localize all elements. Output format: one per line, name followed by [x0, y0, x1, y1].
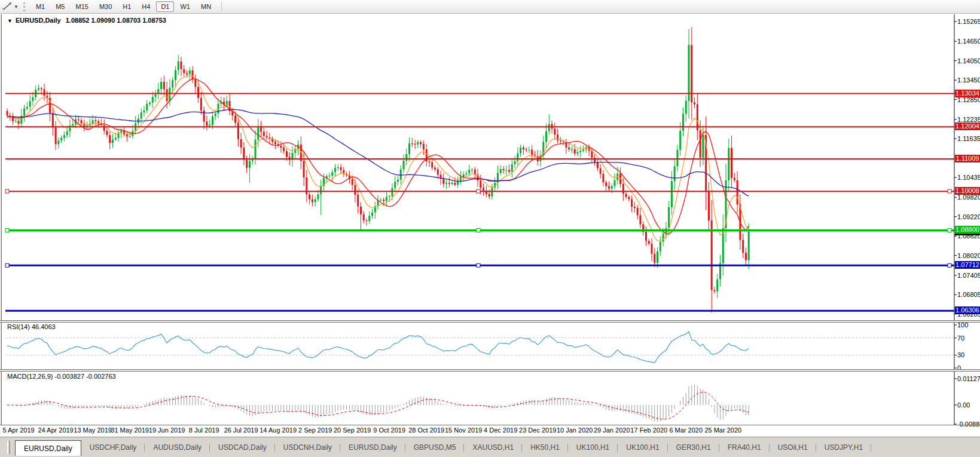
chart-tab[interactable]: USDCHF,Daily [81, 441, 145, 454]
chevron-down-icon: ▼ [14, 4, 19, 10]
date-axis-label: 19 Jun 2019 [149, 427, 185, 434]
date-axis-label: 17 Feb 2020 [630, 427, 667, 434]
chart-tab[interactable]: EURUSD,Daily [15, 440, 81, 456]
rsi-line [7, 332, 749, 363]
date-axis-label: 15 Nov 2019 [445, 427, 482, 434]
timeframe-button[interactable]: H4 [137, 1, 155, 12]
ma-slow-line [7, 109, 749, 196]
trading-terminal-window: ▼ M1 M5 M15 M30 H1 H4 D1 W1 MN [0, 0, 980, 457]
chart-tab[interactable]: GER30,H1 [668, 441, 719, 454]
timeframe-button[interactable]: M1 [31, 1, 50, 12]
chart-tab[interactable]: UK100,H1 [568, 441, 618, 454]
date-axis-label: 9 Oct 2019 [373, 427, 405, 434]
line-tools-button[interactable]: ▼ [2, 2, 19, 11]
date-axis-label: 26 Jul 2019 [224, 427, 258, 434]
pane-bottom-border [0, 425, 980, 425]
date-axis-label: 6 Mar 2020 [669, 427, 703, 434]
timeframe-toolbar: ▼ M1 M5 M15 M30 H1 H4 D1 W1 MN [0, 0, 980, 14]
chart-tab[interactable]: USDCAD,Daily [210, 441, 275, 454]
date-axis-label: 29 Jan 2020 [594, 427, 630, 434]
date-axis-label: 20 Sep 2019 [334, 427, 371, 434]
tab-bar-grip [7, 441, 10, 454]
chart-tab[interactable]: USDCNH,Daily [275, 441, 340, 454]
chart-tab[interactable]: USOil,H1 [770, 441, 816, 454]
date-axis-label: 4 Dec 2019 [484, 427, 517, 434]
chart-title: ▼EURUSD,Daily1.08852 1.09090 1.08703 1.0… [7, 17, 166, 24]
chart-symbol-label: EURUSD,Daily [16, 17, 61, 24]
chart-tab[interactable]: EURUSD,Daily [340, 441, 405, 454]
timeframe-button[interactable]: H1 [118, 1, 136, 12]
date-axis-label: 2 Sep 2019 [298, 427, 332, 434]
date-axis-label: 13 May 2019 [74, 427, 112, 434]
chart-tab[interactable]: FRA40,H1 [719, 441, 770, 454]
pane-separator[interactable] [0, 369, 980, 372]
timeframe-button[interactable]: D1 [156, 1, 174, 12]
timeframe-button[interactable]: M15 [71, 1, 93, 12]
chart-tab-bar: EURUSD,Daily USDCHF,Daily AUDUSD,Daily U… [0, 437, 980, 457]
toolbar-grip[interactable] [23, 2, 26, 11]
chart-ohlc-values: 1.08852 1.09090 1.08703 1.08753 [66, 17, 166, 24]
timeframe-button[interactable]: MN [196, 1, 216, 12]
macd-label: MACD(12,26,9) -0.003827 -0.002763 [7, 373, 116, 380]
timeframe-button-group: M1 M5 M15 M30 H1 H4 D1 W1 MN [30, 1, 216, 12]
chart-tab[interactable]: XAUUSD,H1 [464, 441, 522, 454]
chart-tab[interactable]: HK50,H1 [522, 441, 568, 454]
chart-tab[interactable]: AUDUSD,Daily [145, 441, 210, 454]
date-axis-label: 28 Oct 2019 [408, 427, 444, 434]
chart-tab[interactable]: USDJPY,H1 [816, 441, 871, 454]
price-chart-canvas[interactable] [0, 14, 980, 425]
date-axis-label: 31 May 2019 [111, 427, 149, 434]
chart-tab-list: EURUSD,Daily USDCHF,Daily AUDUSD,Daily U… [15, 440, 871, 456]
date-axis-label: 25 Mar 2020 [704, 427, 741, 434]
toolbar-separator [221, 2, 222, 11]
chart-menu-caret-icon[interactable]: ▼ [7, 18, 13, 24]
date-axis-label: 5 Apr 2019 [2, 427, 34, 434]
chart-tab[interactable]: UK100,H1 [618, 441, 667, 454]
date-axis-label: 23 Dec 2019 [519, 427, 556, 434]
chart-tab[interactable]: GBPUSD,M5 [405, 441, 465, 454]
rsi-label: RSI(14) 46.4063 [7, 323, 56, 330]
candlesticks [7, 27, 750, 312]
trendline-tool-icon [2, 2, 12, 11]
timeframe-button[interactable]: M5 [51, 1, 69, 12]
timeframe-button[interactable]: W1 [175, 1, 195, 12]
pane-separator[interactable] [0, 320, 980, 323]
date-axis-label: 24 Apr 2019 [38, 427, 73, 434]
date-axis-label: 10 Jan 2020 [557, 427, 593, 434]
date-axis-label: 8 Jul 2019 [189, 427, 219, 434]
macd-histogram [7, 385, 749, 422]
timeframe-button[interactable]: M30 [94, 1, 117, 12]
date-axis-label: 14 Aug 2019 [259, 427, 297, 434]
